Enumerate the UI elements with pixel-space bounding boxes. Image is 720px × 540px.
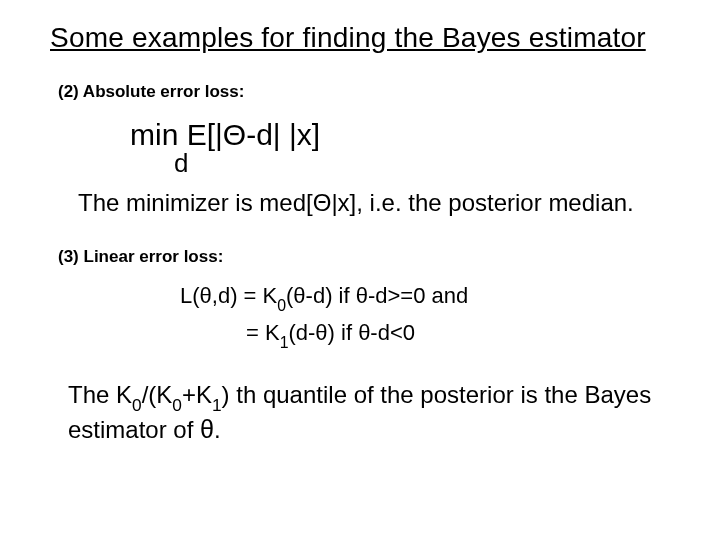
concl-k1: 1 (212, 395, 222, 415)
slide-title: Some examples for finding the Bayes esti… (50, 22, 670, 54)
concl-c: +K (182, 381, 212, 408)
loss-lhs: L(θ,d) = K (180, 283, 277, 308)
section-2-explain: The minimizer is med[Θ|x], i.e. the post… (78, 189, 670, 217)
loss-def-line-1: L(θ,d) = K0(θ-d) if θ-d>=0 and (180, 283, 670, 312)
concl-b: /(K (142, 381, 173, 408)
min-word: min (130, 118, 178, 151)
section-2-label: (2) Absolute error loss: (58, 82, 670, 102)
loss-def-line-2: = K1(d-θ) if θ-d<0 (246, 320, 670, 349)
loss-k0-tail: (θ-d) if θ-d>=0 and (286, 283, 468, 308)
min-expression: min E[|Θ-d| |x] (130, 118, 670, 152)
min-expression-block: min E[|Θ-d| |x] d (130, 118, 670, 179)
slide-body: Some examples for finding the Bayes esti… (0, 0, 720, 540)
concl-a: The K (68, 381, 132, 408)
concl-dot: . (214, 416, 221, 443)
loss-k1-tail: (d-θ) if θ-d<0 (288, 320, 415, 345)
concl-theta: θ (200, 415, 214, 443)
loss-eq: = K (246, 320, 280, 345)
concl-k0b: 0 (172, 395, 182, 415)
min-over-variable: d (174, 148, 670, 179)
concl-k0: 0 (132, 395, 142, 415)
loss-k1-sub: 1 (280, 334, 289, 351)
min-body: E[|Θ-d| |x] (178, 118, 320, 151)
section-3-label: (3) Linear error loss: (58, 247, 670, 267)
loss-k0-sub: 0 (277, 297, 286, 314)
section-3-conclusion: The K0/(K0+K1) th quantile of the poster… (68, 380, 660, 446)
